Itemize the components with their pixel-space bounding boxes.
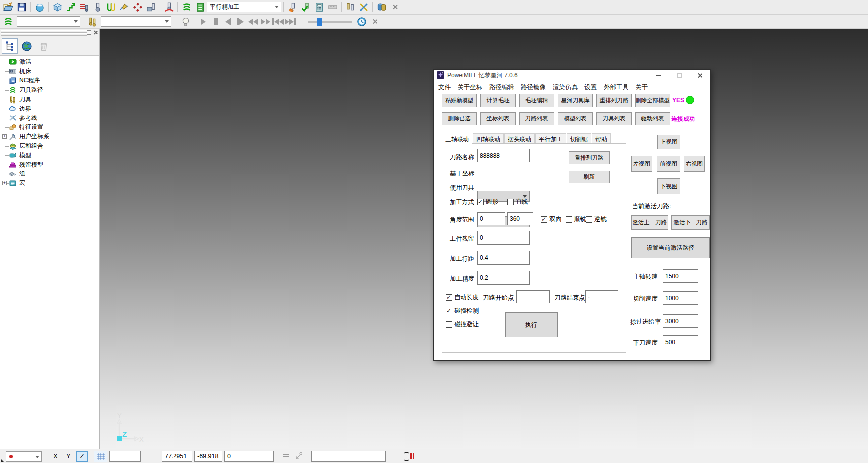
tree-item-model[interactable]: 模型 xyxy=(0,151,99,160)
checkbox-checked-icon[interactable] xyxy=(477,199,484,205)
tools-icon[interactable] xyxy=(85,15,99,28)
toolpath-list-button[interactable]: 刀路列表 xyxy=(519,112,554,125)
plunge-feed-input[interactable] xyxy=(663,335,698,348)
checkbox-icon[interactable] xyxy=(566,216,572,223)
refresh-button[interactable]: 刷新 xyxy=(569,171,610,183)
tree-item-boundary[interactable]: 边界 xyxy=(0,104,99,114)
step-back-icon[interactable] xyxy=(222,16,234,27)
checkbox-checked-icon[interactable] xyxy=(446,294,452,301)
menu-path-edit[interactable]: 路径编辑 xyxy=(486,83,518,92)
leads-icon[interactable] xyxy=(104,1,117,13)
tool-combobox[interactable] xyxy=(101,16,171,27)
checkbox-checked-icon[interactable] xyxy=(446,308,452,314)
strategy-book-icon[interactable] xyxy=(193,1,207,13)
menu-settings[interactable]: 设置 xyxy=(581,83,600,92)
pattern-icon[interactable] xyxy=(117,1,131,13)
tree-item-activate[interactable]: 激活 xyxy=(0,58,99,67)
tree-item-machine[interactable]: 机床 xyxy=(0,67,99,76)
rearrange-toolpaths-button[interactable]: 重排列刀路 xyxy=(596,94,632,107)
pause-icon[interactable] xyxy=(210,16,222,27)
tool-star-icon[interactable] xyxy=(286,1,299,13)
strategy-combobox[interactable]: 平行精加工 xyxy=(207,2,281,12)
play-icon[interactable] xyxy=(197,16,210,27)
tool-verify-icon[interactable] xyxy=(299,1,312,13)
panel-close-icon[interactable] xyxy=(93,30,98,35)
close-button[interactable] xyxy=(690,70,710,81)
speed-slider[interactable] xyxy=(308,17,352,27)
tree-item-stock-model[interactable]: 残留模型 xyxy=(0,160,99,170)
menu-file[interactable]: 文件 xyxy=(435,83,454,92)
nc-program-icon[interactable] xyxy=(77,1,91,13)
cross-arrows-icon[interactable] xyxy=(357,1,370,13)
ruler-icon[interactable] xyxy=(326,1,339,13)
points-icon[interactable] xyxy=(131,1,144,13)
message-field[interactable] xyxy=(311,451,386,462)
tree-view-icon[interactable] xyxy=(2,38,18,54)
menu-about[interactable]: 关于 xyxy=(632,83,651,92)
checkbox-icon[interactable] xyxy=(507,199,514,205)
calculator-icon[interactable] xyxy=(312,1,326,13)
checkbox-checked-icon[interactable] xyxy=(541,216,547,223)
collision-check-checkbox[interactable]: 碰撞检测 xyxy=(446,307,479,315)
tool-library-button[interactable]: 星河刀具库 xyxy=(558,94,593,107)
auto-length-checkbox[interactable]: 自动长度 xyxy=(446,293,479,302)
toolpath-s-icon[interactable] xyxy=(180,1,193,13)
cylinders-icon[interactable] xyxy=(375,1,388,13)
view-front-button[interactable]: 前视图 xyxy=(657,156,680,172)
toolpath-s-icon[interactable] xyxy=(1,15,15,28)
activate-prev-button[interactable]: 激活上一刀路 xyxy=(631,215,668,230)
bidirectional-checkbox[interactable]: 双向 xyxy=(541,215,562,224)
open-icon[interactable] xyxy=(1,1,15,13)
save-icon[interactable] xyxy=(15,1,28,13)
tree-item-nc-program[interactable]: NC程序 xyxy=(0,76,99,86)
step-forward-icon[interactable] xyxy=(234,16,247,27)
set-active-path-button[interactable]: 设置当前激活路径 xyxy=(631,237,710,258)
toolpath-combobox[interactable] xyxy=(17,16,80,27)
axis-y-button[interactable]: Y xyxy=(63,451,74,462)
tree-item-macro[interactable]: 宏 xyxy=(0,178,99,188)
coord-list-button[interactable]: 坐标列表 xyxy=(480,112,516,125)
snap-value-field[interactable] xyxy=(109,451,141,462)
rearrange-button[interactable]: 重排列刀路 xyxy=(569,151,610,164)
resize-grip-icon[interactable] xyxy=(1,459,4,462)
collision-check-icon[interactable] xyxy=(162,1,175,13)
stepover-input[interactable] xyxy=(477,251,530,265)
tree-item-reference-line[interactable]: 参考线 xyxy=(0,114,99,123)
paste-new-model-button[interactable]: 粘贴新模型 xyxy=(442,94,477,107)
tool-pair-icon[interactable] xyxy=(344,1,357,13)
conventional-checkbox[interactable]: 逆铣 xyxy=(586,215,607,224)
close-icon[interactable] xyxy=(388,1,402,13)
tool-ball-icon[interactable] xyxy=(91,1,104,13)
cutting-feed-input[interactable] xyxy=(663,291,698,305)
menu-about-coords[interactable]: 关于坐标 xyxy=(454,83,486,92)
jump-start-icon[interactable] xyxy=(272,16,284,27)
end-point-input[interactable] xyxy=(585,290,618,303)
axis-z-button[interactable]: Z xyxy=(76,451,88,462)
slider-handle[interactable] xyxy=(317,18,322,26)
menu-render-sim[interactable]: 渲染仿真 xyxy=(549,83,581,92)
circle-checkbox[interactable]: 圆形 xyxy=(477,198,498,206)
probe-axis-icon[interactable] xyxy=(295,451,304,462)
toolpath-wizard-icon[interactable] xyxy=(64,1,77,13)
jump-end-icon[interactable] xyxy=(284,16,296,27)
block-icon[interactable] xyxy=(51,1,64,13)
skim-feed-input[interactable] xyxy=(663,314,698,328)
expand-icon[interactable] xyxy=(2,181,7,185)
climb-checkbox[interactable]: 顺铣 xyxy=(566,215,586,224)
model-list-button[interactable]: 模型列表 xyxy=(558,112,593,125)
line-checkbox[interactable]: 直线 xyxy=(507,198,528,206)
menu-external-tools[interactable]: 外部工具 xyxy=(600,83,632,92)
tree-item-group[interactable]: 组 xyxy=(0,170,99,179)
delete-selected-button[interactable]: 删除已选 xyxy=(442,112,477,125)
menu-path-mirror[interactable]: 路径镜像 xyxy=(518,83,549,92)
tool-list-button[interactable]: 刀具列表 xyxy=(596,112,632,125)
tree-item-ucs[interactable]: 用户坐标系 xyxy=(0,132,99,141)
tree-item-tool[interactable]: 刀具 xyxy=(0,95,99,104)
start-point-input[interactable] xyxy=(516,290,550,303)
coord-list-icon[interactable] xyxy=(283,454,289,459)
tab-3axis[interactable]: 三轴联动 xyxy=(442,133,472,145)
calc-stock-button[interactable]: 计算毛坯 xyxy=(480,94,516,107)
tree-item-toolpath[interactable]: 刀具路径 xyxy=(0,85,99,95)
drive-list-button[interactable]: 驱动列表 xyxy=(635,112,670,125)
stock-allowance-input[interactable] xyxy=(477,231,530,245)
